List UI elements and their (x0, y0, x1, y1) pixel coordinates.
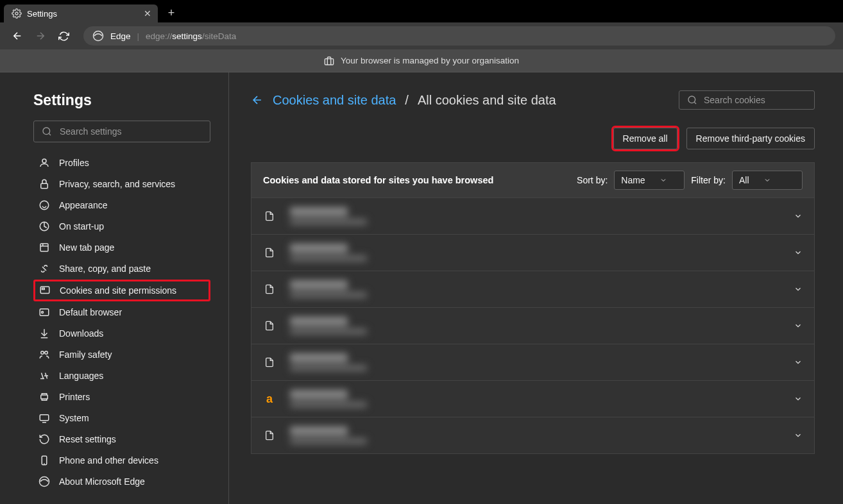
settings-search-input[interactable] (60, 126, 202, 137)
breadcrumb-link[interactable]: Cookies and site data (273, 93, 396, 108)
chevron-down-icon[interactable] (794, 248, 803, 257)
svg-point-12 (42, 312, 44, 314)
cookie-row[interactable] (251, 417, 814, 453)
sidebar-item[interactable]: Downloads (33, 323, 210, 344)
search-cookies-input[interactable] (704, 95, 816, 105)
file-icon (263, 246, 276, 259)
sidebar-item-label: On start-up (59, 221, 104, 231)
sidebar-item-label: New tab page (59, 242, 114, 253)
blurred-site-name (290, 207, 367, 225)
sidebar-item-icon (38, 307, 50, 318)
sidebar-item[interactable]: Reset settings (33, 429, 210, 449)
svg-rect-15 (41, 395, 48, 399)
file-icon (263, 283, 276, 296)
sidebar-item-label: Downloads (59, 328, 103, 339)
svg-rect-16 (40, 415, 49, 421)
sidebar-item-label: Reset settings (59, 434, 116, 444)
file-icon (263, 210, 276, 223)
sidebar-item[interactable]: Languages (33, 365, 210, 386)
cookie-row[interactable] (251, 307, 814, 344)
navigation-bar: Edge | edge://settings/siteData (0, 22, 843, 49)
search-cookies-box[interactable] (679, 90, 815, 110)
sidebar-item[interactable]: On start-up (33, 216, 210, 237)
sidebar-item-icon (38, 242, 50, 253)
blurred-site-name (290, 390, 367, 408)
chevron-down-icon[interactable] (794, 212, 803, 221)
cookie-row[interactable] (251, 197, 814, 234)
sidebar-item-label: Privacy, search, and services (59, 179, 175, 189)
sidebar-item[interactable]: Appearance (33, 195, 210, 215)
blurred-site-name (290, 353, 367, 371)
sidebar-item[interactable]: Phone and other devices (33, 450, 210, 471)
content-area: Cookies and site data / All cookies and … (229, 72, 843, 504)
sidebar-item[interactable]: Default browser (33, 302, 210, 323)
forward-button[interactable] (31, 26, 50, 46)
sidebar-item[interactable]: System (33, 408, 210, 428)
svg-point-6 (40, 201, 49, 210)
chevron-down-icon (660, 176, 667, 184)
sidebar-item-label: Cookies and site permissions (60, 285, 176, 296)
sidebar-item-icon (38, 370, 50, 382)
cookie-row[interactable]: a (251, 380, 814, 417)
blurred-site-name (290, 244, 367, 262)
sidebar-item[interactable]: Privacy, search, and services (33, 174, 210, 194)
briefcase-icon (324, 56, 334, 66)
close-tab-icon[interactable]: ✕ (144, 8, 151, 19)
sidebar-item-icon (38, 455, 50, 466)
chevron-down-icon[interactable] (794, 394, 803, 403)
sidebar-item-icon (38, 221, 50, 232)
back-button[interactable] (8, 26, 27, 46)
browser-tab[interactable]: Settings ✕ (4, 4, 158, 22)
chevron-down-icon[interactable] (794, 431, 803, 440)
sidebar-item[interactable]: Profiles (33, 153, 210, 173)
site-icon: a (263, 392, 276, 405)
sidebar-item[interactable]: Cookies and site permissions (33, 280, 210, 301)
svg-point-14 (45, 351, 48, 355)
new-tab-button[interactable]: + (162, 3, 181, 22)
sidebar-item-icon (38, 349, 50, 360)
sidebar-item-icon (39, 285, 51, 296)
table-title: Cookies and data stored for sites you ha… (263, 175, 493, 185)
remove-third-party-button[interactable]: Remove third-party cookies (686, 128, 815, 149)
sort-select[interactable]: Name (614, 171, 685, 190)
managed-text: Your browser is managed by your organisa… (341, 56, 519, 65)
sidebar-item-label: System (59, 413, 89, 423)
svg-point-4 (42, 159, 46, 163)
sidebar-item-label: Family safety (59, 349, 112, 360)
file-icon (263, 429, 276, 442)
sidebar-item-icon (38, 199, 50, 211)
remove-all-button[interactable]: Remove all (613, 128, 677, 149)
filter-select[interactable]: All (732, 171, 803, 190)
cookie-row[interactable] (251, 271, 814, 307)
sidebar-item-icon (38, 391, 50, 403)
sidebar-item-label: Default browser (59, 307, 122, 317)
settings-search-box[interactable] (33, 121, 210, 142)
cookie-row[interactable] (251, 344, 814, 380)
search-icon (687, 95, 697, 105)
sidebar-item[interactable]: Share, copy, and paste (33, 258, 210, 279)
address-separator: | (137, 31, 140, 41)
sidebar-title: Settings (33, 92, 210, 109)
sidebar-item[interactable]: New tab page (33, 237, 210, 258)
address-bar[interactable]: Edge | edge://settings/siteData (83, 26, 835, 46)
sidebar-item-label: Languages (59, 371, 103, 381)
sidebar-item[interactable]: Printers (33, 387, 210, 407)
sidebar-item-label: Profiles (59, 158, 89, 168)
settings-icon (12, 8, 22, 19)
chevron-down-icon[interactable] (794, 358, 803, 367)
sidebar-item-icon (38, 476, 50, 487)
chevron-down-icon[interactable] (794, 285, 803, 294)
tab-bar: Settings ✕ + (0, 0, 843, 22)
chevron-down-icon[interactable] (794, 321, 803, 330)
breadcrumb-sep: / (405, 93, 409, 108)
breadcrumb-current: All cookies and site data (418, 93, 556, 108)
refresh-button[interactable] (54, 26, 73, 46)
sidebar-item[interactable]: About Microsoft Edge (33, 471, 210, 492)
managed-info-bar: Your browser is managed by your organisa… (0, 49, 843, 72)
sidebar-item-label: About Microsoft Edge (59, 476, 145, 487)
cookie-row[interactable] (251, 234, 814, 271)
sidebar-item[interactable]: Family safety (33, 344, 210, 365)
breadcrumb-back-icon[interactable] (251, 94, 264, 106)
svg-point-0 (15, 12, 18, 15)
cookies-table: Cookies and data stored for sites you ha… (251, 162, 815, 454)
